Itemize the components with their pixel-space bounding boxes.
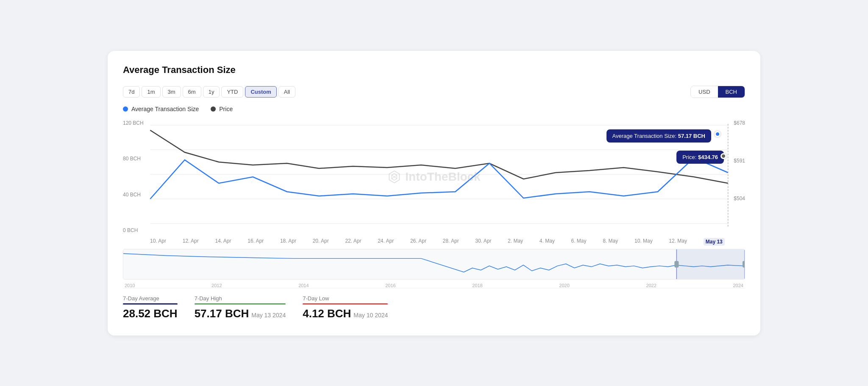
time-btn-7d[interactable]: 7d xyxy=(123,86,140,98)
x-label-14: 8. May xyxy=(603,238,618,246)
x-label-16: 12. May xyxy=(669,238,687,246)
legend-price: Price xyxy=(211,106,233,112)
currency-toggle: USD BCH xyxy=(690,86,745,98)
x-label-17: May 13 xyxy=(704,238,725,246)
stat-avg-label: 7-Day Average xyxy=(123,295,178,302)
y-right-0: $678 xyxy=(734,120,745,126)
x-label-7: 24. Apr xyxy=(378,238,394,246)
y-label-0: 120 BCH xyxy=(123,120,144,126)
x-label-13: 6. May xyxy=(571,238,587,246)
stat-low-label: 7-Day Low xyxy=(303,295,388,302)
x-label-4: 18. Apr xyxy=(280,238,296,246)
y-label-3: 0 BCH xyxy=(123,227,144,233)
time-btn-ytd[interactable]: YTD xyxy=(221,86,243,98)
time-btn-3m[interactable]: 3m xyxy=(162,86,181,98)
legend-label-avg: Average Transaction Size xyxy=(131,106,199,112)
time-btn-custom[interactable]: Custom xyxy=(245,86,276,98)
x-label-15: 10. May xyxy=(634,238,653,246)
currency-usd[interactable]: USD xyxy=(691,86,718,98)
mini-chart-area[interactable] xyxy=(123,249,745,280)
legend-label-price: Price xyxy=(219,106,233,112)
stat-low-underline xyxy=(303,303,388,305)
time-btn-1y[interactable]: 1y xyxy=(203,86,220,98)
tooltip-dot-dark xyxy=(721,153,726,159)
page-title: Average Transaction Size xyxy=(123,64,745,76)
svg-rect-14 xyxy=(674,261,679,268)
time-filters: 7d 1m 3m 6m 1y YTD Custom All xyxy=(123,86,295,98)
stat-high-label: 7-Day High xyxy=(195,295,286,302)
mini-x-1: 2012 xyxy=(211,283,222,288)
stat-avg: 7-Day Average 28.52 BCH xyxy=(123,295,178,320)
stat-high: 7-Day High 57.17 BCHMay 13 2024 xyxy=(195,295,286,320)
time-btn-all[interactable]: All xyxy=(278,86,295,98)
y-label-2: 40 BCH xyxy=(123,192,144,198)
stat-high-value: 57.17 BCHMay 13 2024 xyxy=(195,307,286,320)
x-label-12: 4. May xyxy=(540,238,555,246)
x-label-2: 14. Apr xyxy=(215,238,231,246)
mini-x-2: 2014 xyxy=(298,283,309,288)
time-btn-1m[interactable]: 1m xyxy=(142,86,160,98)
x-label-1: 12. Apr xyxy=(183,238,199,246)
mini-x-6: 2022 xyxy=(646,283,656,288)
stat-high-underline xyxy=(195,303,286,305)
svg-rect-15 xyxy=(743,261,745,268)
svg-rect-11 xyxy=(676,249,745,279)
x-axis-labels: 10. Apr 12. Apr 14. Apr 16. Apr 18. Apr … xyxy=(123,238,745,246)
stat-high-date: May 13 2024 xyxy=(251,312,286,319)
mini-x-4: 2018 xyxy=(472,283,482,288)
time-btn-6m[interactable]: 6m xyxy=(183,86,201,98)
tooltip-dot-blue xyxy=(715,131,721,137)
x-label-3: 16. Apr xyxy=(248,238,264,246)
currency-bch[interactable]: BCH xyxy=(718,86,745,98)
mini-x-7: 2024 xyxy=(733,283,743,288)
stat-low-date: May 10 2024 xyxy=(353,312,388,319)
stat-low: 7-Day Low 4.12 BCHMay 10 2024 xyxy=(303,295,388,320)
x-label-5: 20. Apr xyxy=(313,238,329,246)
stat-avg-value: 28.52 BCH xyxy=(123,307,178,320)
chart-wrapper: 120 BCH 80 BCH 40 BCH 0 BCH $678 $591 $5… xyxy=(123,117,745,288)
x-label-6: 22. Apr xyxy=(345,238,361,246)
stat-low-value: 4.12 BCHMay 10 2024 xyxy=(303,307,388,320)
y-axis-right: $678 $591 $504 xyxy=(734,117,745,236)
mini-x-5: 2020 xyxy=(559,283,569,288)
y-label-1: 80 BCH xyxy=(123,156,144,162)
x-label-9: 28. Apr xyxy=(443,238,459,246)
main-card: Average Transaction Size 7d 1m 3m 6m 1y … xyxy=(108,51,760,336)
mini-chart-svg xyxy=(123,249,745,279)
legend-dot-avg xyxy=(123,106,128,112)
mini-x-0: 2010 xyxy=(125,283,135,288)
y-axis-left: 120 BCH 80 BCH 40 BCH 0 BCH xyxy=(123,117,144,236)
svg-rect-10 xyxy=(123,249,745,279)
x-label-10: 30. Apr xyxy=(475,238,491,246)
legend-avg-tx: Average Transaction Size xyxy=(123,106,199,112)
legend: Average Transaction Size Price xyxy=(123,106,745,112)
legend-dot-price xyxy=(211,106,216,112)
x-label-11: 2. May xyxy=(508,238,523,246)
chart-area: 120 BCH 80 BCH 40 BCH 0 BCH $678 $591 $5… xyxy=(123,117,745,236)
x-label-8: 26. Apr xyxy=(410,238,426,246)
mini-x-3: 2016 xyxy=(385,283,395,288)
controls-row: 7d 1m 3m 6m 1y YTD Custom All USD BCH xyxy=(123,86,745,98)
mini-x-labels: 2010 2012 2014 2016 2018 2020 2022 2024 xyxy=(123,283,745,288)
x-label-0: 10. Apr xyxy=(150,238,166,246)
y-right-1: $591 xyxy=(734,158,745,164)
main-chart-svg xyxy=(123,117,745,236)
y-right-2: $504 xyxy=(734,196,745,201)
stats-row: 7-Day Average 28.52 BCH 7-Day High 57.17… xyxy=(123,288,745,320)
stat-avg-underline xyxy=(123,303,178,305)
